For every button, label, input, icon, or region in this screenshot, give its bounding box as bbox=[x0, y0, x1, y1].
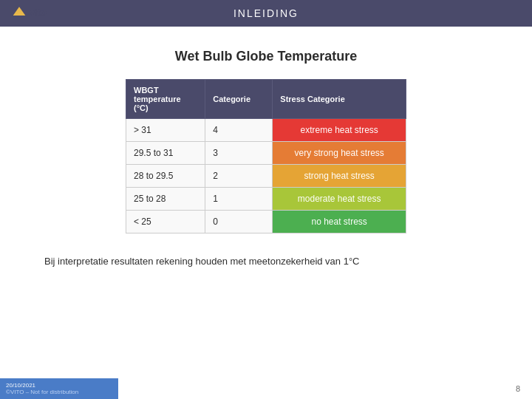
page-number: 8 bbox=[516, 384, 520, 393]
cell-stress: strong heat stress bbox=[273, 165, 406, 188]
cell-stress: extreme heat stress bbox=[273, 119, 406, 142]
cell-categorie: 1 bbox=[205, 188, 273, 211]
table-header-row: WBGTtemperature(°C) Categorie Stress Cat… bbox=[126, 80, 406, 119]
cell-categorie: 2 bbox=[205, 165, 273, 188]
table-row: > 314extreme heat stress bbox=[126, 119, 406, 142]
col-wbgt: WBGTtemperature(°C) bbox=[126, 80, 205, 119]
cell-stress: very strong heat stress bbox=[273, 142, 406, 165]
svg-marker-0 bbox=[13, 7, 26, 16]
cell-wbgt: < 25 bbox=[126, 211, 205, 233]
cell-categorie: 4 bbox=[205, 119, 273, 142]
cell-stress: no heat stress bbox=[273, 211, 406, 233]
cell-categorie: 0 bbox=[205, 211, 273, 233]
table-header: WBGTtemperature(°C) Categorie Stress Cat… bbox=[126, 80, 406, 119]
cell-wbgt: 25 to 28 bbox=[126, 188, 205, 211]
wbgt-table: WBGTtemperature(°C) Categorie Stress Cat… bbox=[126, 79, 406, 233]
cell-categorie: 3 bbox=[205, 142, 273, 165]
bottom-date: 20/10/2021 bbox=[6, 382, 112, 389]
table-row: 28 to 29.52strong heat stress bbox=[126, 165, 406, 188]
section-title: Wet Bulb Globe Temperature bbox=[44, 49, 488, 64]
wbgt-table-wrapper: WBGTtemperature(°C) Categorie Stress Cat… bbox=[126, 79, 406, 233]
col-categorie: Categorie bbox=[205, 80, 273, 119]
cell-wbgt: 28 to 29.5 bbox=[126, 165, 205, 188]
main-content: Wet Bulb Globe Temperature WBGTtemperatu… bbox=[0, 27, 532, 282]
table-row: 29.5 to 313very strong heat stress bbox=[126, 142, 406, 165]
bottom-copy: ©VITO – Not for distribution bbox=[6, 389, 112, 395]
table-row: 25 to 281moderate heat stress bbox=[126, 188, 406, 211]
cell-stress: moderate heat stress bbox=[273, 188, 406, 211]
logo-text: vito bbox=[30, 7, 47, 18]
table-row: < 250no heat stress bbox=[126, 211, 406, 233]
bottom-bar: 20/10/2021 ©VITO – Not for distribution bbox=[0, 378, 118, 399]
cell-wbgt: 29.5 to 31 bbox=[126, 142, 205, 165]
table-body: > 314extreme heat stress29.5 to 313very … bbox=[126, 119, 406, 233]
logo: vito bbox=[12, 4, 47, 19]
header: vito INLEIDING bbox=[0, 0, 532, 27]
vito-logo-icon bbox=[12, 4, 27, 19]
col-stress: Stress Categorie bbox=[273, 80, 406, 119]
header-title: INLEIDING bbox=[233, 7, 299, 19]
cell-wbgt: > 31 bbox=[126, 119, 205, 142]
footer-note: Bij interpretatie resultaten rekening ho… bbox=[44, 256, 488, 267]
